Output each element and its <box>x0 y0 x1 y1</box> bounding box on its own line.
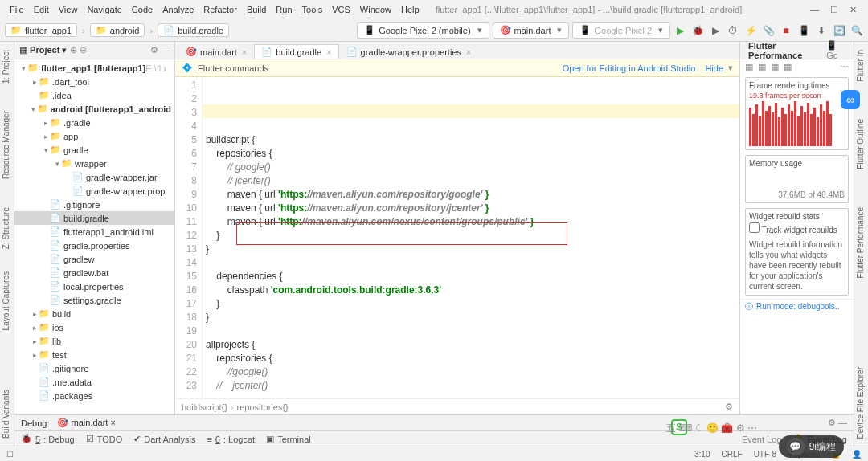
tree-node[interactable]: ▸📁.gradle <box>14 116 174 129</box>
path-module[interactable]: 📁 android <box>90 23 145 37</box>
tool-logcat[interactable]: ≡ 6: Logcat <box>207 434 255 444</box>
menu-window[interactable]: Window <box>355 5 396 14</box>
perf-btn3[interactable]: ▦ <box>771 62 779 72</box>
tool-flutter-inspector[interactable]: Flutter In <box>854 45 866 86</box>
menu-view[interactable]: View <box>54 5 83 14</box>
menu-build[interactable]: Build <box>242 5 271 14</box>
perf-btn4[interactable]: ▦ <box>784 62 792 72</box>
status-icon[interactable]: ☐ <box>6 450 14 459</box>
tree-node[interactable]: ▾📁gradle <box>14 143 174 157</box>
event-log-link[interactable]: Event Log <box>742 434 782 444</box>
editor-tab[interactable]: 📄gradle-wrapper.properties× <box>339 44 479 59</box>
tool-todo[interactable]: ☑ TODO <box>86 434 123 444</box>
tree-node[interactable]: 📄gradlew.bat <box>14 266 174 279</box>
tool-terminal[interactable]: ▣ Terminal <box>266 434 311 444</box>
tree-node[interactable]: ▸📁lib <box>14 334 174 348</box>
close-icon[interactable]: ✕ <box>850 5 857 15</box>
menu-tools[interactable]: Tools <box>297 5 328 14</box>
perf-tab[interactable]: Flutter Performance <box>745 41 826 60</box>
tree-node[interactable]: 📄gradlew <box>14 252 174 266</box>
minimize-icon[interactable]: — <box>810 5 819 15</box>
hide-link[interactable]: Hide <box>705 63 723 73</box>
tool-dart-analysis[interactable]: ✔ Dart Analysis <box>133 434 195 444</box>
tree-node[interactable]: ▸📁ios <box>14 320 174 334</box>
tree-node[interactable]: 📄.metadata <box>14 375 174 389</box>
encoding[interactable]: UTF-8 <box>754 450 776 459</box>
tree-node[interactable]: 📄gradle-wrapper.jar <box>14 170 174 184</box>
tree-node[interactable]: ▸📁app <box>14 129 174 143</box>
project-view-selector[interactable]: ▦ Project ▾ <box>19 45 67 55</box>
tool-flutter-outline[interactable]: Flutter Outline <box>854 114 866 174</box>
attach-icon[interactable]: 📎 <box>762 24 775 37</box>
tree-node[interactable]: 📄.gitignore <box>14 198 174 211</box>
menu-vcs[interactable]: VCS <box>327 5 355 14</box>
hot-reload-icon[interactable]: ⚡ <box>744 24 757 37</box>
tree-node[interactable]: ▸📁.dart_tool <box>14 75 174 88</box>
search-icon[interactable]: 🔍 <box>850 24 863 37</box>
debug-config[interactable]: 🎯 main.dart × <box>57 418 115 428</box>
tree-node[interactable]: 📄local.properties <box>14 279 174 293</box>
avd-icon[interactable]: 📱 <box>797 24 810 37</box>
debug-settings-icon[interactable]: ⚙ — <box>828 418 847 428</box>
code-editor[interactable]: 1234567891011121314151617181920212223 bu… <box>175 77 739 398</box>
tree-node[interactable]: 📄gradle.properties <box>14 239 174 252</box>
tool-project[interactable]: 1: Project <box>0 45 12 88</box>
gear-icon[interactable]: 📱 Gc <box>826 40 849 60</box>
chevron-down-icon[interactable]: ▾ <box>728 63 733 73</box>
sdk-icon[interactable]: ⬇ <box>815 24 828 37</box>
gear-icon[interactable]: ⚙ <box>725 402 733 412</box>
gear-icon[interactable]: ⚙ — <box>150 45 170 55</box>
line-sep[interactable]: CRLF <box>722 450 743 459</box>
debug-icon[interactable]: 🐞 <box>691 24 704 37</box>
path-project[interactable]: 📁 flutter_app1 <box>5 23 77 37</box>
tree-node[interactable]: 📄.gitignore <box>14 361 174 375</box>
sync-icon[interactable]: 🔄 <box>833 24 845 37</box>
tree-node[interactable]: 📁.idea <box>14 88 174 102</box>
tree-node[interactable]: 📄.packages <box>14 389 174 402</box>
tool-layout-captures[interactable]: Layout Captures <box>0 267 12 335</box>
crumb-1[interactable]: buildscript{} <box>182 402 227 412</box>
tool-flutter-perf[interactable]: Flutter Performance <box>854 202 866 283</box>
path-file[interactable]: 📄 build.gradle <box>158 23 229 37</box>
ime-toolbar[interactable]: 五 ⌨ ☾ 🙂 🧰 ⚙ ⋯ <box>666 422 757 435</box>
track-rebuilds-checkbox[interactable]: Track widget rebuilds <box>749 226 837 235</box>
tool-debug[interactable]: 🐞 55: Debug: Debug <box>21 434 75 444</box>
profile-icon[interactable]: ⏱ <box>727 24 739 37</box>
menu-run[interactable]: Run <box>271 5 297 14</box>
run-config-selector[interactable]: 🎯 main.dart▾ <box>493 22 570 39</box>
tree-node[interactable]: ▾📁wrapper <box>14 157 174 170</box>
tree-node[interactable]: ▸📁test <box>14 348 174 361</box>
tool-resource-manager[interactable]: Resource Manager <box>0 106 12 184</box>
menu-help[interactable]: Help <box>396 5 424 14</box>
menu-refactor[interactable]: Refactor <box>199 5 242 14</box>
editor-tab[interactable]: 📄build.gradle× <box>254 44 338 59</box>
device-selector[interactable]: 📱 Google Pixel 2 (mobile)▾ <box>357 22 489 39</box>
menu-analyze[interactable]: Analyze <box>158 5 199 14</box>
editor-tab[interactable]: 🎯main.dart× <box>178 44 254 59</box>
stop-icon[interactable]: ■ <box>780 24 792 37</box>
inspections-icon[interactable]: 👤 <box>852 450 862 459</box>
crumb-2[interactable]: repositories{} <box>237 402 289 412</box>
perf-btn1[interactable]: ▦ <box>745 62 753 72</box>
tool-build-variants[interactable]: Build Variants <box>0 385 12 443</box>
project-tree[interactable]: ▾📁flutter_app1 [flutterapp1] E:\flu▸📁.da… <box>14 59 174 414</box>
open-android-studio-link[interactable]: Open for Editing in Android Studio <box>563 63 696 73</box>
tool-device-explorer[interactable]: Device File Explorer <box>854 362 866 443</box>
share-badge-icon[interactable]: ∞ <box>841 90 860 109</box>
tree-node[interactable]: ▾📁android [flutterapp1_android <box>14 102 174 116</box>
tool-structure[interactable]: Z: Structure <box>0 202 12 254</box>
perf-more[interactable]: ⋯ <box>840 62 849 72</box>
caret-pos[interactable]: 3:10 <box>694 450 710 459</box>
menu-edit[interactable]: Edit <box>29 5 54 14</box>
tree-node[interactable]: 📄flutterapp1_android.iml <box>14 225 174 239</box>
menu-file[interactable]: File <box>5 5 29 14</box>
device-selector-2[interactable]: 📱 Google Pixel 2▾ <box>572 22 670 39</box>
menu-code[interactable]: Code <box>127 5 158 14</box>
maximize-icon[interactable]: ☐ <box>830 5 838 15</box>
tree-node[interactable]: 📄build.gradle <box>14 211 174 225</box>
code-lines[interactable]: buildscript { repositories { // google()… <box>203 77 739 398</box>
tree-node[interactable]: 📄settings.gradle <box>14 293 174 307</box>
coverage-icon[interactable]: ▶ <box>709 24 722 37</box>
tree-node[interactable]: 📄gradle-wrapper.prop <box>14 184 174 198</box>
menu-navigate[interactable]: Navigate <box>82 5 126 14</box>
